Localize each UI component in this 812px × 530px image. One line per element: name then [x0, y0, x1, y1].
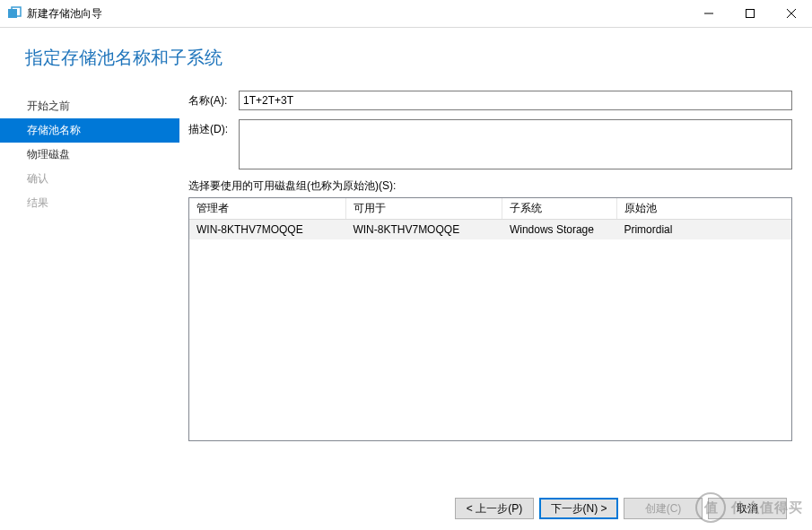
wizard-sidebar: 开始之前存储池名称物理磁盘确认结果 — [0, 82, 179, 474]
wizard-step-2[interactable]: 物理磁盘 — [0, 143, 179, 167]
page-title: 指定存储池名称和子系统 — [25, 46, 812, 70]
wizard-footer: < 上一步(P) 下一步(N) > 创建(C) 取消 — [455, 498, 787, 519]
cell-pool: Primordial — [616, 220, 791, 240]
column-header[interactable]: 子系统 — [502, 198, 616, 220]
prev-button[interactable]: < 上一步(P) — [455, 498, 534, 519]
disk-group-grid[interactable]: 管理者可用于子系统原始池 WIN-8KTHV7MOQQEWIN-8KTHV7MO… — [188, 197, 792, 441]
description-label: 描述(D): — [188, 119, 239, 169]
disk-group-label: 选择要使用的可用磁盘组(也称为原始池)(S): — [188, 178, 792, 194]
cell-manager: WIN-8KTHV7MOQQE — [189, 220, 345, 240]
next-button[interactable]: 下一步(N) > — [539, 498, 618, 519]
wizard-step-4: 结果 — [0, 191, 179, 215]
wizard-step-3: 确认 — [0, 167, 179, 191]
minimize-button[interactable] — [688, 0, 729, 27]
app-icon — [7, 6, 22, 21]
maximize-button[interactable] — [729, 0, 771, 27]
column-header[interactable]: 原始池 — [616, 198, 791, 220]
wizard-step-1[interactable]: 存储池名称 — [0, 118, 179, 143]
wizard-main: 名称(A): 描述(D): 选择要使用的可用磁盘组(也称为原始池)(S): 管理… — [179, 82, 812, 474]
close-button[interactable] — [771, 0, 812, 27]
name-input[interactable] — [239, 91, 792, 110]
titlebar: 新建存储池向导 — [0, 0, 812, 27]
column-header[interactable]: 可用于 — [345, 198, 502, 220]
wizard-header: 指定存储池名称和子系统 — [0, 28, 812, 82]
cell-available: WIN-8KTHV7MOQQE — [345, 220, 502, 240]
cancel-button[interactable]: 取消 — [708, 498, 787, 519]
wizard-step-0[interactable]: 开始之前 — [0, 94, 179, 118]
name-label: 名称(A): — [188, 91, 239, 110]
svg-rect-3 — [747, 10, 755, 18]
create-button: 创建(C) — [624, 498, 703, 519]
cell-subsystem: Windows Storage — [502, 220, 616, 240]
description-input[interactable] — [239, 119, 792, 169]
column-header[interactable]: 管理者 — [189, 198, 345, 220]
window-title: 新建存储池向导 — [27, 6, 102, 22]
table-row[interactable]: WIN-8KTHV7MOQQEWIN-8KTHV7MOQQEWindows St… — [189, 220, 791, 240]
